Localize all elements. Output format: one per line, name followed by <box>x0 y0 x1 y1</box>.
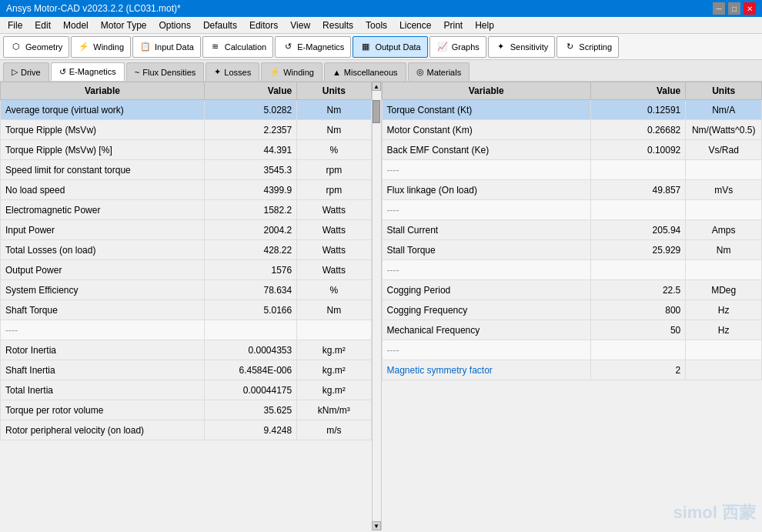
right-scroll-container[interactable]: Variable Value Units Torque Constant (Kt… <box>382 82 763 530</box>
left-table-row[interactable]: Output Power1576Watts <box>1 260 372 280</box>
menu-item-options[interactable]: Options <box>155 18 196 32</box>
toolbar-btn-e-magnetics[interactable]: ↺E-Magnetics <box>275 36 351 58</box>
right-table-row[interactable]: Mechanical Frequency50Hz <box>382 320 762 340</box>
right-cell-units <box>686 360 762 380</box>
menu-item-view[interactable]: View <box>286 18 315 32</box>
right-cell-units <box>686 260 762 280</box>
scroll-down-arrow[interactable]: ▼ <box>372 521 381 530</box>
menu-item-print[interactable]: Print <box>439 18 467 32</box>
left-scroll-container[interactable]: Variable Value Units Average torque (vir… <box>0 82 372 530</box>
left-table-row[interactable]: Average torque (virtual work)5.0282Nm <box>1 100 372 120</box>
tab-drive[interactable]: ▷ Drive <box>3 62 49 81</box>
menu-item-motor-type[interactable]: Motor Type <box>96 18 152 32</box>
right-cell-units: Vs/Rad <box>686 140 762 160</box>
right-table-row[interactable]: ---- <box>382 200 762 220</box>
toolbar-btn-graphs[interactable]: 📈Graphs <box>429 36 486 58</box>
left-table-row[interactable]: No load speed4399.9rpm <box>1 180 372 200</box>
scroll-thumb[interactable] <box>373 100 380 123</box>
left-cell-value: 1582.2 <box>204 200 296 220</box>
tab-winding[interactable]: ⚡ Winding <box>261 62 323 81</box>
left-table-row[interactable]: Input Power2004.2Watts <box>1 220 372 240</box>
scroll-up-arrow[interactable]: ▲ <box>372 82 381 91</box>
right-table-row[interactable]: ---- <box>382 260 762 280</box>
left-table-row[interactable]: Total Inertia0.00044175kg.m² <box>1 380 372 400</box>
toolbar-btn-sensitivity[interactable]: ✦Sensitivity <box>488 36 556 58</box>
right-table-row[interactable]: Stall Torque25.929Nm <box>382 240 762 260</box>
left-table-row[interactable]: Torque Ripple (MsVw) [%]44.391% <box>1 140 372 160</box>
menu-item-editors[interactable]: Editors <box>245 18 282 32</box>
left-table-row[interactable]: Shaft Inertia6.4584E-006kg.m² <box>1 360 372 380</box>
left-table-row[interactable]: Speed limit for constant torque3545.3rpm <box>1 160 372 180</box>
right-cell-variable: Motor Constant (Km) <box>382 120 590 140</box>
left-table-row[interactable]: Torque Ripple (MsVw)2.2357Nm <box>1 120 372 140</box>
right-header-value: Value <box>590 82 685 100</box>
left-cell-value: 428.22 <box>204 240 296 260</box>
menu-bar: FileEditModelMotor TypeOptionsDefaultsEd… <box>0 17 762 34</box>
left-table-row[interactable]: Torque per rotor volume35.625kNm/m³ <box>1 400 372 420</box>
maximize-button[interactable]: □ <box>728 2 740 15</box>
left-cell-value: 2.2357 <box>204 120 296 140</box>
right-table-row[interactable]: Cogging Period22.5MDeg <box>382 280 762 300</box>
tab-e-magnetics[interactable]: ↺ E-Magnetics <box>51 62 125 81</box>
left-cell-units: Nm <box>297 300 371 320</box>
toolbar-btn-output-data[interactable]: ▦Output Data <box>353 36 427 58</box>
menu-item-help[interactable]: Help <box>470 18 499 32</box>
right-cell-units: mVs <box>686 180 762 200</box>
right-header-variable: Variable <box>382 82 590 100</box>
left-table-row[interactable]: Total Losses (on load)428.22Watts <box>1 240 372 260</box>
left-cell-value: 3545.3 <box>204 160 296 180</box>
left-cell-value: 44.391 <box>204 140 296 160</box>
right-cell-variable[interactable]: Magnetic symmetry factor <box>382 360 590 380</box>
tab-icon-materials: ◎ <box>416 67 424 77</box>
left-cell-units: m/s <box>297 420 371 440</box>
tab-label-materials: Materials <box>427 68 462 77</box>
menu-item-defaults[interactable]: Defaults <box>199 18 242 32</box>
toolbar-btn-winding[interactable]: ⚡Winding <box>71 36 131 58</box>
right-cell-variable: Cogging Period <box>382 280 590 300</box>
tab-miscellaneous[interactable]: ▲ Miscellaneous <box>324 62 406 81</box>
menu-item-model[interactable]: Model <box>58 18 93 32</box>
right-table-row[interactable]: Torque Constant (Kt)0.12591Nm/A <box>382 100 762 120</box>
toolbar-icon-scripting: ↻ <box>563 41 576 53</box>
right-cell-variable: Stall Torque <box>382 240 590 260</box>
left-table-row[interactable]: System Efficiency78.634% <box>1 280 372 300</box>
tab-materials[interactable]: ◎ Materials <box>408 62 470 81</box>
right-cell-units: MDeg <box>686 280 762 300</box>
menu-item-file[interactable]: File <box>3 18 27 32</box>
right-table-row[interactable]: Cogging Frequency800Hz <box>382 300 762 320</box>
left-cell-variable: Electromagnetic Power <box>1 200 205 220</box>
minimize-button[interactable]: ─ <box>713 2 725 15</box>
left-table-panel: Variable Value Units Average torque (vir… <box>0 82 382 530</box>
right-table-row[interactable]: Motor Constant (Km)0.26682Nm/(Watts^0.5) <box>382 120 762 140</box>
left-cell-units: Nm <box>297 120 371 140</box>
menu-item-edit[interactable]: Edit <box>30 18 55 32</box>
left-cell-units: kg.m² <box>297 340 371 360</box>
tab-label-winding: Winding <box>283 68 314 77</box>
left-cell-variable: Shaft Inertia <box>1 360 205 380</box>
left-table-row[interactable]: Rotor peripheral velocity (on load)9.424… <box>1 420 372 440</box>
left-scrollbar[interactable]: ▲ ▼ <box>372 82 381 530</box>
close-button[interactable]: ✕ <box>744 2 756 15</box>
right-table-row[interactable]: Stall Current205.94Amps <box>382 220 762 240</box>
left-table-row[interactable]: Electromagnetic Power1582.2Watts <box>1 200 372 220</box>
right-table-row[interactable]: Back EMF Constant (Ke)0.10092Vs/Rad <box>382 140 762 160</box>
tab-losses[interactable]: ✦ Losses <box>206 62 259 81</box>
right-table-row[interactable]: Magnetic symmetry factor2 <box>382 360 762 380</box>
tab-flux-densities[interactable]: ~ Flux Densities <box>126 62 205 81</box>
menu-item-licence[interactable]: Licence <box>395 18 436 32</box>
toolbar-btn-input-data[interactable]: 📋Input Data <box>132 36 201 58</box>
left-table-row[interactable]: Rotor Inertia0.0004353kg.m² <box>1 340 372 360</box>
left-table-row[interactable]: Shaft Torque5.0166Nm <box>1 300 372 320</box>
menu-item-tools[interactable]: Tools <box>361 18 392 32</box>
left-cell-units: Watts <box>297 200 371 220</box>
toolbar-btn-geometry[interactable]: ⬡Geometry <box>3 36 69 58</box>
left-table-row[interactable]: ---- <box>1 320 372 340</box>
toolbar-btn-calculation[interactable]: ≋Calculation <box>202 36 273 58</box>
right-table-row[interactable]: Flux linkage (On load)49.857mVs <box>382 180 762 200</box>
right-cell-units: Nm/A <box>686 100 762 120</box>
right-cell-units: Nm/(Watts^0.5) <box>686 120 762 140</box>
right-table-row[interactable]: ---- <box>382 340 762 360</box>
right-table-row[interactable]: ---- <box>382 160 762 180</box>
menu-item-results[interactable]: Results <box>318 18 358 32</box>
toolbar-btn-scripting[interactable]: ↻Scripting <box>556 36 619 58</box>
